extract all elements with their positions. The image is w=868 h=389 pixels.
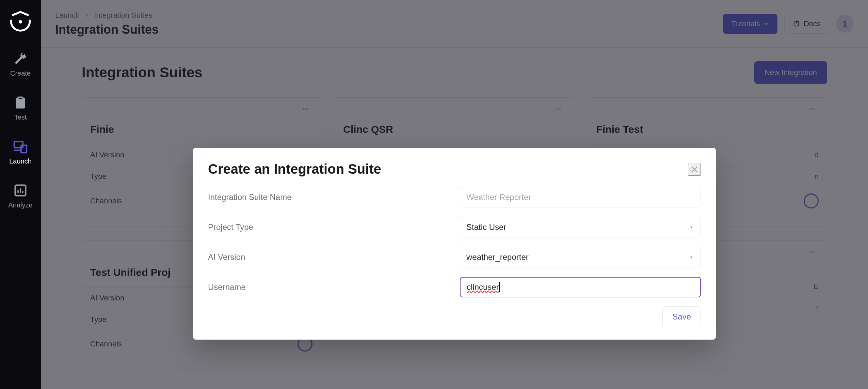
integration-name-input[interactable] xyxy=(460,187,701,207)
select-value: weather_reporter xyxy=(466,252,529,262)
sidebar-item-label: Launch xyxy=(9,157,32,165)
sidebar-item-label: Create xyxy=(10,69,31,77)
caret-down-icon xyxy=(688,254,694,260)
caret-down-icon xyxy=(688,224,694,230)
text-cursor xyxy=(499,282,500,292)
sidebar-nav: Create Test Launch Analyze xyxy=(8,48,32,212)
ai-version-select[interactable]: weather_reporter xyxy=(460,247,701,267)
svg-rect-2 xyxy=(21,145,27,153)
label-ai-version: AI Version xyxy=(208,252,453,262)
sidebar: Create Test Launch Analyze xyxy=(0,0,41,389)
sidebar-item-test[interactable]: Test xyxy=(8,92,32,124)
svg-point-0 xyxy=(19,20,22,24)
select-value: Static User xyxy=(466,222,506,232)
modal-close-button[interactable] xyxy=(688,163,701,176)
username-input[interactable]: clincuser xyxy=(460,277,701,297)
sidebar-item-launch[interactable]: Launch xyxy=(8,136,32,168)
sidebar-item-label: Analyze xyxy=(8,201,32,209)
app-root: Create Test Launch Analyze xyxy=(0,0,868,389)
label-username: Username xyxy=(208,282,453,292)
bar-chart-icon xyxy=(13,183,28,198)
label-integration-name: Integration Suite Name xyxy=(208,192,453,202)
clipboard-icon xyxy=(13,95,28,110)
main-area: Launch Integration Suites Integration Su… xyxy=(41,0,868,389)
save-button[interactable]: Save xyxy=(662,306,701,327)
project-type-select[interactable]: Static User xyxy=(460,217,701,237)
app-logo xyxy=(7,10,34,34)
label-project-type: Project Type xyxy=(208,222,453,232)
close-icon xyxy=(690,165,699,174)
wrench-icon xyxy=(13,51,28,66)
username-value: clincuser xyxy=(467,282,499,292)
logo-icon xyxy=(7,10,34,34)
devices-icon xyxy=(13,139,28,154)
sidebar-item-create[interactable]: Create xyxy=(8,48,32,80)
sidebar-item-analyze[interactable]: Analyze xyxy=(8,180,32,212)
create-integration-modal: Create an Integration Suite Integration … xyxy=(193,148,716,340)
modal-form: Integration Suite Name Project Type Stat… xyxy=(208,187,701,297)
sidebar-item-label: Test xyxy=(14,113,27,121)
modal-title: Create an Integration Suite xyxy=(208,161,381,177)
